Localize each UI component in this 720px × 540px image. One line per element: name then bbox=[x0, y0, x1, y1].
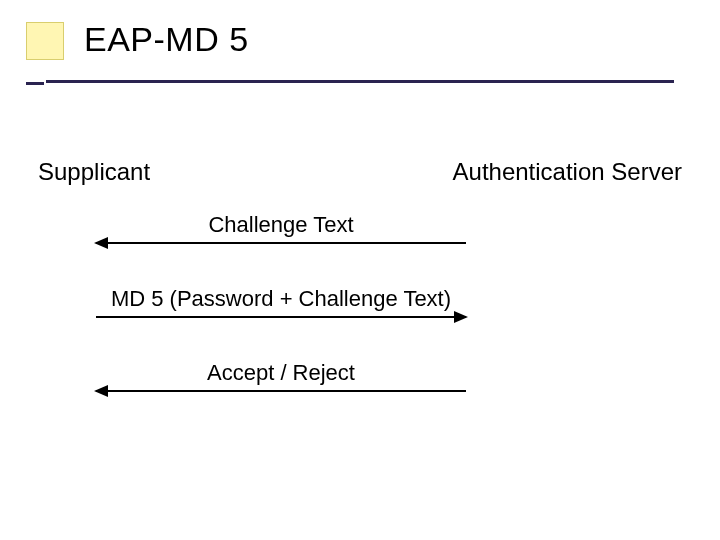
title-bullet-square bbox=[26, 22, 64, 60]
arrow-label: Challenge Text bbox=[96, 212, 466, 238]
arrowhead-left-icon bbox=[94, 385, 108, 397]
arrow-label: Accept / Reject bbox=[96, 360, 466, 386]
slide-title: EAP-MD 5 bbox=[84, 20, 249, 59]
arrowhead-left-icon bbox=[94, 237, 108, 249]
actor-supplicant: Supplicant bbox=[38, 158, 150, 186]
arrow-label: MD 5 (Password + Challenge Text) bbox=[96, 286, 466, 312]
arrow-accept-reject: Accept / Reject bbox=[96, 390, 466, 392]
title-underline-notch bbox=[26, 82, 44, 85]
title-underline bbox=[46, 80, 674, 83]
arrow-md5-response: MD 5 (Password + Challenge Text) bbox=[96, 316, 466, 318]
actor-auth-server: Authentication Server bbox=[453, 158, 682, 186]
arrow-challenge: Challenge Text bbox=[96, 242, 466, 244]
arrowhead-right-icon bbox=[454, 311, 468, 323]
